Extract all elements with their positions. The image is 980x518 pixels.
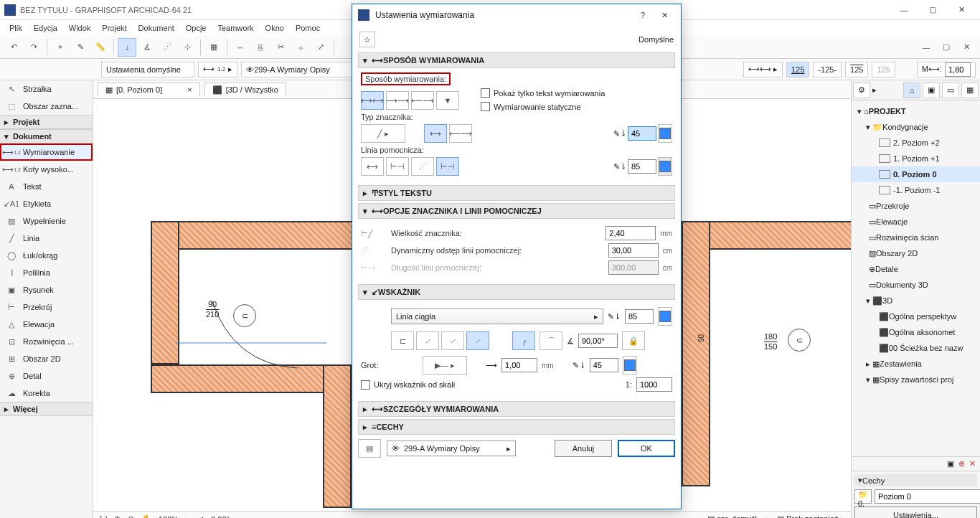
nav-poziom2[interactable]: 2. Poziom +2: [852, 135, 980, 151]
dim-type-linear[interactable]: ⟷⟷: [361, 91, 384, 110]
tool-etykieta[interactable]: ↙A1Etykieta: [0, 195, 93, 212]
angle-input[interactable]: [578, 334, 618, 348]
resize-button[interactable]: ⤢: [311, 38, 330, 57]
adjust-button[interactable]: ⟐: [291, 38, 310, 57]
tool-luk[interactable]: ◯Łuk/okrąg: [0, 247, 93, 264]
restore-doc-button[interactable]: ▢: [937, 38, 956, 57]
dynamic-gap-input[interactable]: [608, 243, 659, 258]
nav-dok3d[interactable]: ▭ Dokumenty 3D: [852, 277, 980, 293]
tab-3d[interactable]: ⬛ [3D / Wszystko: [204, 83, 286, 97]
tool-rysunek[interactable]: ▣Rysunek: [0, 281, 93, 298]
maximize-button[interactable]: ▢: [918, 1, 947, 19]
pointer-pen-color[interactable]: [658, 307, 672, 326]
dialog-help-button[interactable]: ?: [632, 6, 654, 24]
menu-plik[interactable]: Plik: [4, 22, 27, 34]
zoom-out-icon[interactable]: ⊖: [128, 514, 134, 518]
ptr-arc-off[interactable]: ⌒: [540, 331, 562, 350]
dim-type-baseline[interactable]: ⟵⟶: [411, 91, 434, 110]
close-doc-button[interactable]: ✕: [957, 38, 976, 57]
arrow-size-input[interactable]: [501, 358, 537, 372]
ptr-opt3[interactable]: ⟋: [441, 331, 464, 350]
arrowhead-dropdown[interactable]: ▶— ▸: [423, 356, 467, 375]
nav-obszary2d[interactable]: ▨ Obszary 2D: [852, 245, 980, 261]
nav-spisy[interactable]: ▾ ▦ Spisy zawartości proj: [852, 372, 980, 387]
layer-icon[interactable]: ▤: [358, 439, 381, 458]
menu-projekt[interactable]: Projekt: [97, 22, 131, 34]
tool-polilinia[interactable]: ⌇Polilinia: [0, 264, 93, 281]
section-opcje[interactable]: ▾ ⟷ OPCJE ZNACZNIKA I LINII POMOCNICZEJ: [358, 203, 675, 219]
copy-button[interactable]: ⎘: [251, 38, 270, 57]
lock-icon[interactable]: 🔒: [622, 331, 645, 350]
cut-button[interactable]: ✂: [271, 38, 290, 57]
undo-button[interactable]: ↶: [4, 38, 23, 57]
witness-none[interactable]: ⟷: [361, 157, 384, 176]
nav-poziomm1[interactable]: -1. Poziom -1: [852, 182, 980, 198]
layer-dropdown[interactable]: 👁 299-A Wymiary Opisy: [241, 62, 356, 77]
snap-angle-button[interactable]: ∡: [138, 38, 156, 57]
pan-icon[interactable]: ✋: [141, 514, 151, 518]
dim-val-2[interactable]: -125-: [813, 62, 842, 77]
ptr-opt2[interactable]: ⟋: [416, 331, 439, 350]
nav-add-icon[interactable]: ⊕: [958, 459, 965, 468]
witness-short[interactable]: ⊢⊣: [386, 157, 409, 176]
tool-tekst[interactable]: ATekst: [0, 178, 93, 195]
dim-type-cumulative[interactable]: ⟶⟶: [386, 91, 409, 110]
nav-elewacje[interactable]: ▭ Elewacje: [852, 214, 980, 230]
angle-value[interactable]: 0,00°: [211, 515, 230, 519]
tool-rozwiniecia[interactable]: ⊡Rozwinięcia ...: [0, 333, 93, 350]
zoom-in-icon[interactable]: ⊕: [114, 514, 121, 518]
minimize-button[interactable]: —: [890, 1, 918, 19]
linetype-dropdown[interactable]: Linia ciągła▸: [391, 309, 603, 324]
nav-layout-icon[interactable]: ▭: [942, 83, 959, 98]
dim-val-1[interactable]: 125: [786, 62, 809, 77]
nav-aksono[interactable]: ⬛ Ogólna aksonomet: [852, 324, 980, 340]
props-cechy-header[interactable]: ▾ Cechy: [854, 474, 977, 486]
nav-detale[interactable]: ⊕ Detale: [852, 261, 980, 277]
nav-przekroje[interactable]: ▭ Przekroje: [852, 198, 980, 214]
nav-zest[interactable]: ▸ ▦ Zestawienia: [852, 356, 980, 372]
nav-kondygnacje[interactable]: ▾ 📁 Kondygnacje: [852, 119, 980, 135]
dim-val-3[interactable]: 125: [845, 62, 868, 77]
props-name[interactable]: [875, 489, 980, 504]
marker-inside[interactable]: ⟷: [424, 124, 447, 143]
category-dokument[interactable]: ▾Dokument: [0, 129, 93, 143]
nav-delete-icon[interactable]: ✕: [969, 459, 976, 468]
dim-type-elevation[interactable]: ▼: [436, 91, 459, 110]
section-cechy[interactable]: ▸ ≡ CECHY: [358, 419, 675, 435]
nav-publisher-icon[interactable]: ▦: [961, 83, 979, 98]
menu-pomoc[interactable]: Pomoc: [291, 22, 325, 34]
snap-perp-button[interactable]: ⟂: [118, 38, 136, 57]
scale-input[interactable]: [636, 377, 672, 392]
nav-settings-icon[interactable]: ⚙: [853, 83, 870, 98]
pen-witness-input[interactable]: [628, 159, 656, 174]
category-projekt[interactable]: ▸Projekt: [0, 115, 93, 129]
repr-dropdown[interactable]: ▤ epr. domyśl... ▸: [707, 514, 771, 518]
nav-project-map-icon[interactable]: ⌂: [903, 83, 920, 98]
ptr-opt4[interactable]: ⟋: [466, 331, 489, 350]
menu-opcje[interactable]: Opcje: [181, 22, 212, 34]
section-styl[interactable]: ▸ Ͳ STYL TEKSTU: [358, 185, 675, 201]
defaults-dropdown[interactable]: Ustawienia domyślne: [101, 62, 194, 77]
nav-rozw[interactable]: ▭ Rozwinięcia ścian: [852, 230, 980, 245]
tool-elewacja[interactable]: △Elewacja: [0, 316, 93, 333]
zoom-level[interactable]: 102%: [159, 515, 179, 519]
section-szczegoly[interactable]: ▸ ⟷ SZCZEGÓŁY WYMIAROWANIA: [358, 401, 675, 417]
tool-wypelnienie[interactable]: ▨Wypełnienie: [0, 212, 93, 230]
nav-persp[interactable]: ⬛ Ogólna perspektyw: [852, 309, 980, 324]
close-button[interactable]: ✕: [947, 1, 976, 19]
nav-poziom1[interactable]: 1. Poziom +1: [852, 151, 980, 166]
ptr-opt1[interactable]: ⊏: [391, 331, 414, 350]
redo-button[interactable]: ↷: [24, 38, 43, 57]
tab-poziom0[interactable]: ▦ [0. Poziom 0] ×: [98, 83, 200, 97]
props-settings-button[interactable]: Ustawienia...: [854, 507, 977, 518]
height-field[interactable]: M⟷:: [917, 62, 976, 77]
tool-arrow[interactable]: ↖Strzałka: [0, 80, 93, 98]
menu-edycja[interactable]: Edycja: [29, 22, 62, 34]
dimchain-button[interactable]: ⟷⟷ ▸: [743, 62, 783, 77]
min-doc-button[interactable]: —: [917, 38, 936, 57]
props-index[interactable]: 📁 0.: [854, 489, 872, 504]
ok-button[interactable]: OK: [618, 440, 675, 457]
arrow-pen-input[interactable]: [590, 358, 618, 372]
tool-obszar2d[interactable]: ⊞Obszar 2D: [0, 350, 93, 367]
chk-pokaz[interactable]: Pokaż tylko tekst wymiarowania: [481, 88, 605, 98]
